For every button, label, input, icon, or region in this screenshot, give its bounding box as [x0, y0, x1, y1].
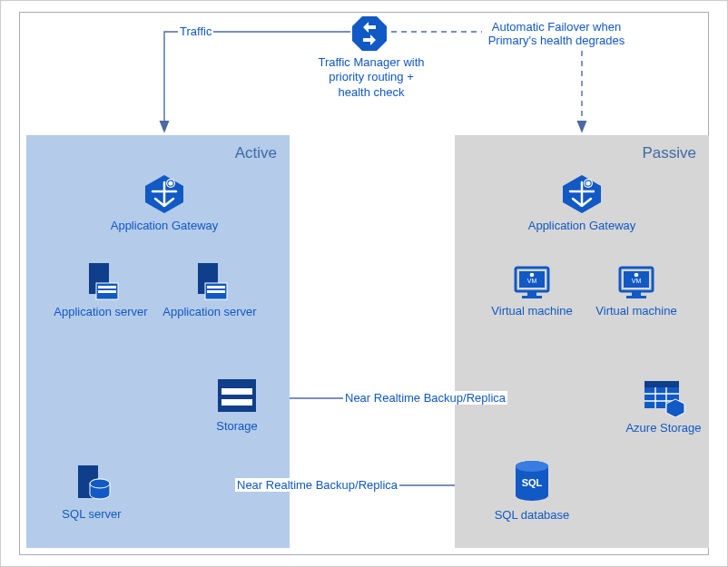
sql-server-label: SQL server	[62, 507, 121, 521]
sql-db-node: SQL SQL database	[491, 459, 573, 522]
app-server-2-label: Application server	[162, 305, 256, 318]
app-server-1-label: Application server	[54, 305, 147, 318]
azure-storage-node: Azure Storage	[623, 376, 704, 435]
active-app-gateway-label: Application Gateway	[101, 219, 228, 232]
server-icon	[80, 259, 122, 301]
svg-rect-14	[221, 399, 252, 406]
svg-rect-29	[632, 291, 641, 296]
sql-server-icon	[71, 462, 113, 503]
app-gateway-icon	[143, 173, 185, 215]
svg-rect-11	[207, 290, 225, 293]
sql-db-icon: SQL	[512, 459, 552, 504]
passive-region-title: Passive	[642, 144, 696, 162]
svg-rect-6	[98, 286, 116, 288]
app-gateway-icon	[561, 173, 603, 215]
vm-2-label: Virtual machine	[595, 304, 676, 318]
active-app-gateway-node: Application Gateway	[128, 173, 201, 232]
svg-marker-0	[352, 16, 387, 51]
vm-1-node: VM Virtual machine	[487, 264, 577, 318]
active-region-title: Active	[235, 144, 277, 162]
diagram-canvas: Active Passive Traffic Manager with prio…	[0, 0, 728, 567]
failover-edge-label: Automatic Failover when Primary's health…	[482, 20, 631, 47]
traffic-manager-icon	[350, 15, 389, 53]
svg-point-32	[635, 273, 639, 278]
storage-icon	[214, 376, 260, 415]
traffic-manager-node	[344, 15, 395, 53]
storage-label: Storage	[216, 419, 258, 433]
azure-storage-label: Azure Storage	[625, 421, 701, 435]
svg-text:SQL: SQL	[522, 477, 543, 488]
svg-rect-23	[527, 291, 536, 296]
svg-rect-7	[98, 290, 116, 293]
svg-marker-39	[666, 399, 684, 417]
passive-app-gateway-node: Application Gateway	[546, 173, 618, 232]
svg-rect-34	[644, 381, 679, 387]
vm-icon: VM	[616, 264, 656, 300]
vm-1-label: Virtual machine	[491, 304, 572, 318]
svg-rect-10	[207, 286, 225, 288]
traffic-manager-label: Traffic Manager with priority routing + …	[317, 55, 426, 100]
svg-text:VM: VM	[632, 278, 642, 284]
sql-db-label: SQL database	[495, 508, 570, 522]
svg-point-26	[530, 273, 535, 278]
svg-point-41	[516, 461, 548, 472]
vm-2-node: VM Virtual machine	[591, 264, 682, 318]
azure-storage-icon	[641, 376, 686, 417]
passive-app-gateway-label: Application Gateway	[518, 219, 645, 232]
svg-text:VM: VM	[527, 278, 537, 284]
sql-backup-label: Near Realtime Backup/Replica	[235, 478, 399, 492]
svg-rect-30	[626, 296, 646, 298]
svg-rect-13	[221, 388, 252, 395]
sql-server-node: SQL server	[51, 462, 133, 521]
server-icon	[189, 259, 231, 301]
app-server-1-node: Application server	[51, 259, 151, 318]
traffic-edge-label: Traffic	[178, 24, 213, 38]
svg-point-17	[90, 479, 110, 488]
storage-backup-label: Near Realtime Backup/Replica	[343, 391, 507, 405]
vm-icon: VM	[512, 264, 552, 300]
svg-rect-24	[522, 296, 542, 298]
svg-rect-12	[218, 379, 256, 412]
app-server-2-node: Application server	[160, 259, 260, 318]
storage-node: Storage	[196, 376, 278, 433]
